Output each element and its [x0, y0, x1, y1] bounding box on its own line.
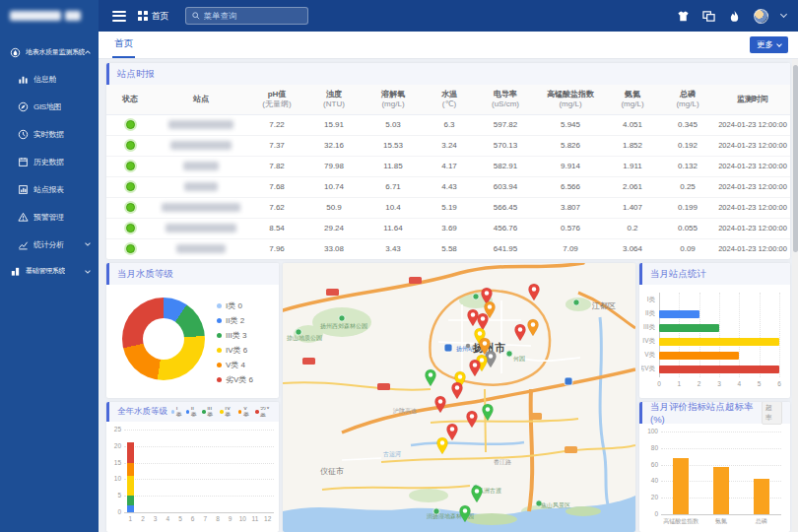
value-cell: 582.91 [475, 156, 536, 176]
x-axis-tick: 4 [162, 515, 174, 522]
value-cell: 11.64 [363, 218, 424, 238]
donut-legend: I类 0II类 2III类 3IV类 6V类 4劣V类 6 [217, 299, 253, 387]
station-name-redacted [183, 162, 219, 170]
value-cell: 4.43 [424, 176, 475, 197]
column-header: 总磷(mg/L) [660, 85, 715, 114]
realtime-data-icon [18, 129, 29, 140]
breadcrumb[interactable]: 首页 [138, 10, 169, 23]
value-cell: 8.54 [248, 218, 305, 238]
gridline [124, 446, 274, 447]
value-cell: 2.061 [605, 176, 660, 197]
x-axis-tick: 6 [186, 515, 199, 522]
exceed-rate-toggle[interactable]: 超率 [762, 402, 782, 425]
info-dashboard-icon [18, 74, 29, 85]
gridline [124, 479, 274, 480]
column-header: 监测时间 [715, 85, 790, 114]
sidebar-group-0[interactable]: 地表水质量监测系统 [0, 39, 99, 65]
map-label: 仪征市 [320, 467, 344, 476]
sidebar-item-2[interactable]: 实时数据 [0, 120, 99, 148]
station-report-icon [18, 184, 29, 195]
sidebar-item-6[interactable]: 统计分析 [0, 231, 99, 258]
sidebar-group-label: 地表水质量监测系统 [26, 47, 85, 57]
more-button[interactable]: 更多 [750, 36, 788, 53]
hbar-III类 [659, 324, 719, 332]
pin-center [478, 331, 482, 335]
river-island [565, 506, 601, 516]
multi-screen-icon[interactable] [702, 10, 715, 23]
value-cell: 1.911 [605, 156, 660, 176]
tab-home[interactable]: 首页 [112, 32, 135, 58]
station-name-redacted [184, 182, 218, 191]
value-cell: 3.24 [424, 135, 475, 156]
stack-segment-II类 [127, 505, 134, 512]
legend-label: III类 [207, 407, 217, 417]
pin-center [485, 291, 489, 295]
legend-label: I类 0 [226, 300, 242, 311]
value-cell: 7.82 [248, 156, 305, 176]
x-axis-tick: 2 [695, 380, 704, 387]
status-cell [106, 135, 154, 156]
sidebar-group-1[interactable]: 基础管理系统 [0, 258, 99, 284]
table-row: 7.8279.9811.854.17582.919.9141.9110.1322… [106, 156, 790, 176]
history-data-icon [18, 157, 29, 167]
legend-label: 劣V类 6 [226, 374, 253, 385]
more-button-label: 更多 [757, 39, 773, 51]
sidebar-item-0[interactable]: 信息舱 [0, 65, 99, 93]
menu-search-input[interactable] [204, 11, 301, 21]
monthly-exceed-rate-panel: 当月评价指标站点超标率(%) 超率 020406080100高锰酸盐指数氨氮总磷 [639, 402, 790, 532]
monitor-time-cell: 2024-01-23 12:00:00 [715, 218, 790, 238]
exceed-bar-0 [673, 458, 689, 514]
sidebar-item-5[interactable]: 预警管理 [0, 203, 99, 231]
app-root: 地表水质量监测系统信息舱GIS地图实时数据历史数据站点报表预警管理统计分析基础管… [0, 0, 798, 532]
x-axis-tick: 9 [224, 515, 236, 522]
sidebar-item-4[interactable]: 站点报表 [0, 175, 99, 203]
status-normal-dot [126, 162, 135, 170]
status-cell [106, 114, 154, 135]
y-axis-tick: 5 [110, 492, 121, 499]
user-menu-chevron-down-icon[interactable] [780, 11, 787, 18]
stack-segment-劣V类 [127, 442, 134, 462]
exceed-bar-1 [713, 467, 729, 514]
x-axis-tick: 2 [137, 515, 150, 522]
search-icon [192, 12, 200, 20]
status-cell [106, 176, 154, 197]
panel-title-bar: 站点时报 [106, 63, 790, 85]
annual-water-grade-panel: 全年水质等级 I类II类III类IV类V类劣V类 051015202512345… [106, 402, 279, 532]
sidebar-item-1[interactable]: GIS地图 [0, 93, 99, 120]
value-cell: 456.76 [475, 218, 536, 238]
theme-skin-icon[interactable] [677, 10, 690, 23]
gridline [661, 448, 781, 449]
station-hourly-report-panel: 站点时报 状态站点pH值(无量纲)浊度(NTU)溶解氧(mg/L)水温(℃)电导… [106, 63, 790, 259]
value-cell: 603.94 [475, 176, 536, 197]
value-cell: 0.576 [536, 218, 605, 238]
poi-park-icon [573, 299, 579, 305]
legend-item: IV类 [220, 407, 235, 417]
x-axis-category: 总磷 [738, 517, 785, 526]
pin-center [480, 358, 484, 362]
flame-icon[interactable] [728, 10, 741, 23]
user-avatar[interactable] [754, 9, 768, 24]
road-number-badge [326, 289, 339, 296]
hamburger-menu-icon[interactable] [112, 8, 126, 24]
road-number-badge [377, 383, 390, 390]
table-row: 7.9633.083.435.58641.957.093.0640.092024… [106, 238, 790, 259]
scrollbar-thumb[interactable] [793, 65, 798, 252]
map-canvas[interactable]: 扬州站江都区仪征市扬州西郊森林公园捺山地质公园何园古运河春江路沪陕高速瓜洲古渡焦… [283, 263, 635, 532]
pin-center [532, 287, 536, 291]
park-area [409, 489, 448, 502]
sidebar-item-3[interactable]: 历史数据 [0, 148, 99, 175]
value-cell: 32.16 [305, 135, 363, 156]
chevron-down-icon [776, 41, 782, 47]
station-cell [154, 156, 248, 176]
value-cell: 3.064 [605, 238, 660, 259]
menu-search-box[interactable] [185, 7, 308, 25]
value-cell: 79.98 [305, 156, 363, 176]
y-axis-tick: 20 [110, 442, 121, 449]
y-axis-tick: 100 [644, 428, 658, 434]
sidebar-item-label: 历史数据 [33, 157, 64, 167]
status-cell [106, 218, 154, 238]
sidebar-group-label: 基础管理系统 [26, 266, 65, 276]
legend-marker [217, 333, 222, 338]
monitor-time-cell: 2024-01-23 12:00:00 [715, 156, 790, 176]
legend-item: II类 2 [217, 313, 253, 328]
